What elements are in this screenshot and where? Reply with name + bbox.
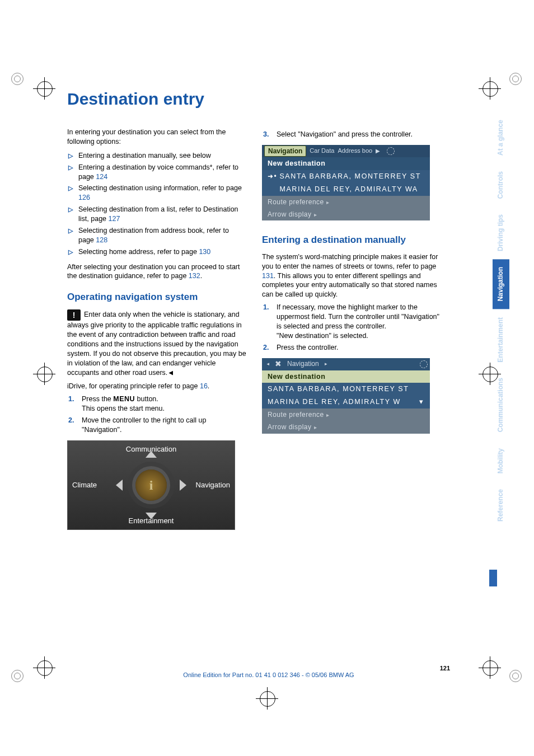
- operating-steps: 1. Press the MENU button.This opens the …: [67, 395, 246, 435]
- bullet-icon: ▷: [68, 227, 73, 235]
- page-number: 121: [67, 665, 470, 672]
- option-item: ▷ Selecting home address, refer to page …: [68, 247, 246, 257]
- nav-recent-dest[interactable]: ➜•SANTA BARBARA, MONTERREY ST: [262, 170, 430, 183]
- txt: "New destination" is selected.: [277, 332, 368, 340]
- nav-tab-cardata[interactable]: Car Data: [310, 147, 334, 155]
- option-text: Selecting home address, refer to page 13…: [78, 247, 210, 257]
- section-operating: Operating navigation system: [67, 291, 246, 304]
- step-text: If necessary, move the highlight marker …: [277, 303, 441, 341]
- option-text: Entering a destination by voice commands…: [78, 163, 246, 182]
- txt: Arrow display: [268, 210, 312, 218]
- tab-reference[interactable]: Reference: [493, 481, 509, 529]
- txt: Selecting destination from a list, refer…: [78, 205, 238, 223]
- option-item: ▷ Selecting destination from address boo…: [68, 226, 246, 245]
- page-link[interactable]: 124: [96, 173, 107, 181]
- tab-driving-tips[interactable]: Driving tips: [493, 206, 509, 259]
- bullet-icon: ▷: [68, 205, 73, 214]
- bullet-icon: ▷: [68, 248, 73, 256]
- txt: MARINA DEL REY, ADMIRALTY WA: [279, 185, 418, 193]
- nav-arrow-display[interactable]: Arrow display▸: [262, 421, 430, 433]
- chevron-right-icon[interactable]: ▶: [376, 147, 380, 155]
- page-link[interactable]: 130: [199, 248, 210, 256]
- arrow-left-icon: [116, 480, 123, 491]
- nav-arrow-display[interactable]: Arrow display▸: [262, 208, 430, 220]
- nav-new-destination[interactable]: New destination: [262, 370, 430, 383]
- option-text: Selecting destination from a list, refer…: [78, 205, 246, 224]
- step-number: 2.: [68, 416, 76, 425]
- idrive-label-left: Climate: [72, 480, 97, 490]
- idrive-controller-image: Communication Entertainment Climate Navi…: [67, 440, 235, 530]
- tab-mobility[interactable]: Mobility: [493, 440, 509, 481]
- chevron-right-icon[interactable]: ▸: [325, 360, 327, 367]
- step-text: Select "Navigation" and press the contro…: [277, 130, 413, 139]
- page-link[interactable]: 126: [78, 194, 90, 201]
- chevron-right-icon: ▸: [326, 199, 330, 205]
- tab-controls[interactable]: Controls: [493, 163, 509, 206]
- nav-tab-navigation[interactable]: Navigation: [264, 145, 306, 157]
- chevron-left-icon[interactable]: ▸: [266, 360, 269, 367]
- option-text: Selecting destination using information,…: [78, 184, 246, 203]
- destination-icon: ➜•: [268, 172, 277, 180]
- chevron-right-icon: ▸: [314, 212, 317, 218]
- txt: Route preference: [268, 411, 324, 419]
- bullet-icon: ▷: [68, 184, 73, 192]
- txt: SANTA BARBARA, MONTERREY ST: [279, 172, 421, 180]
- nav-tabs: Navigation Car Data Address boo ▶: [262, 145, 430, 157]
- tab-entertainment[interactable]: Entertainment: [493, 309, 509, 370]
- nav-route-preference[interactable]: Route preference▸: [262, 408, 430, 421]
- page-link[interactable]: 127: [109, 215, 120, 223]
- page-footer: 121 Online Edition for Part no. 01 41 0 …: [67, 665, 470, 678]
- nav-footer: Route preference▸ Arrow display▸: [262, 408, 430, 433]
- registration-mark: [37, 81, 51, 96]
- regmark-corner: [11, 73, 25, 86]
- page-content: At a glance Controls Driving tips Naviga…: [67, 90, 470, 655]
- scroll-down-icon[interactable]: ▾: [419, 397, 424, 407]
- nav-recent-dest[interactable]: ➜•MARINA DEL REY, ADMIRALTY WA: [262, 183, 430, 196]
- chevron-right-icon: ▸: [314, 424, 317, 430]
- bullet-icon: ▷: [68, 152, 73, 160]
- menu-button-glyph: MENU: [113, 395, 135, 403]
- page-link[interactable]: 132: [189, 272, 200, 280]
- option-text: Selecting destination from address book,…: [78, 226, 246, 245]
- page-link[interactable]: 131: [262, 272, 274, 280]
- page-link[interactable]: 16: [200, 382, 208, 390]
- left-column: In entering your destination you can sel…: [67, 128, 246, 530]
- after-select-text: After selecting your destination you can…: [67, 262, 246, 281]
- nav-screen-1: Navigation Car Data Address boo ▶ New de…: [262, 145, 430, 220]
- gear-icon[interactable]: [387, 147, 395, 155]
- option-text: Entering a destination manually, see bel…: [78, 151, 211, 161]
- step-number: 1.: [263, 303, 271, 312]
- nav-route-preference[interactable]: Route preference▸: [262, 196, 430, 208]
- gear-icon[interactable]: [420, 360, 428, 368]
- manual-steps: 1. If necessary, move the highlight mark…: [262, 303, 441, 352]
- step-item: 1. Press the MENU button.This opens the …: [68, 395, 246, 414]
- arrow-right-icon: [180, 480, 186, 491]
- idrive-knob-icon: i: [135, 469, 167, 501]
- warning-paragraph: Enter data only when the vehicle is stat…: [67, 309, 246, 377]
- tab-navigation[interactable]: Navigation: [493, 259, 509, 309]
- tab-communications[interactable]: Communications: [493, 370, 509, 440]
- idrive-note: iDrive, for operating principle refer to…: [67, 382, 246, 391]
- step-number: 3.: [263, 130, 271, 139]
- nav-body: New destination ➜•SANTA BARBARA, MONTERR…: [262, 157, 430, 196]
- option-item: ▷ Selecting destination from a list, ref…: [68, 205, 246, 224]
- step-text: Press the MENU button.This opens the sta…: [82, 395, 165, 414]
- right-column: 3. Select "Navigation" and press the con…: [262, 128, 441, 530]
- tab-at-a-glance[interactable]: At a glance: [493, 112, 509, 163]
- step-number: 2.: [263, 343, 271, 353]
- txt: .: [200, 272, 202, 280]
- page-link[interactable]: 128: [96, 236, 107, 244]
- step-item: 2. Move the controller to the right to c…: [68, 416, 246, 435]
- txt: If necessary, move the highlight marker …: [277, 303, 439, 330]
- page-title: Destination entry: [67, 90, 470, 109]
- arrow-down-icon: [146, 513, 157, 519]
- nav-sat-icon: ✖: [275, 359, 282, 369]
- nav-new-destination[interactable]: New destination: [262, 157, 430, 170]
- txt: button.: [135, 395, 158, 403]
- nav-tab-addressbook[interactable]: Address boo: [338, 147, 372, 155]
- end-marker-icon: ▶: [168, 369, 173, 377]
- step-number: 1.: [68, 395, 76, 404]
- nav-recent-dest[interactable]: MARINA DEL REY, ADMIRALTY W▾: [262, 396, 430, 408]
- options-list: ▷ Entering a destination manually, see b…: [67, 151, 246, 257]
- nav-recent-dest[interactable]: SANTA BARBARA, MONTERREY ST: [262, 383, 430, 396]
